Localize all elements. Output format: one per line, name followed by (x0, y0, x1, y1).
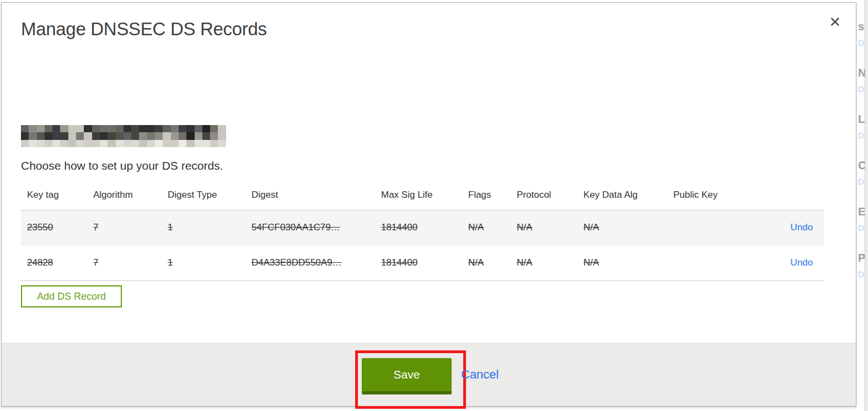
column-header-key-tag: Key tag (21, 190, 87, 201)
redacted-domain-name (21, 125, 226, 147)
background-link-fragment: D (858, 39, 864, 47)
cell-key-data-alg: N/A (577, 222, 667, 233)
table-row: 2482871D4A33E8DD550A9…1814400N/AN/AN/AUn… (21, 245, 824, 281)
column-header-public-key: Public Key (667, 190, 744, 201)
background-text-fragment: s (858, 21, 864, 32)
cell-digest: D4A33E8DD550A9… (245, 257, 375, 268)
column-header-digest: Digest (245, 190, 375, 201)
column-header-protocol: Protocol (511, 190, 577, 201)
dnssec-ds-records-modal: Manage DNSSEC DS Records ✕ Choose how to… (1, 2, 856, 407)
cell-key-data-alg: N/A (577, 257, 667, 268)
column-header-digest-type: Digest Type (162, 190, 245, 201)
column-header-key-data-alg: Key Data Alg (577, 190, 667, 201)
close-icon[interactable]: ✕ (829, 15, 841, 29)
background-text-fragment: L (858, 113, 865, 125)
cell-protocol: N/A (511, 222, 577, 233)
cell-protocol: N/A (511, 257, 577, 268)
cell-digest: 54FCF030AA1C79… (245, 222, 375, 233)
cell-key-tag: 24828 (21, 257, 87, 268)
cell-digest-type: 1 (162, 222, 245, 233)
cell-flags: N/A (462, 257, 511, 268)
table-header-row: Key tagAlgorithmDigest TypeDigestMax Sig… (21, 180, 824, 210)
subtitle: Choose how to set up your DS records. (21, 158, 223, 174)
ds-records-table: Key tagAlgorithmDigest TypeDigestMax Sig… (21, 180, 824, 281)
cancel-link[interactable]: Cancel (461, 367, 499, 382)
add-ds-record-button[interactable]: Add DS Record (21, 285, 122, 307)
modal-footer: Save Cancel (2, 343, 856, 406)
annotation-highlight-box: Save (355, 350, 466, 409)
table-row: 235507154FCF030AA1C79…1814400N/AN/AN/AUn… (21, 210, 824, 245)
cell-max-sig-life: 1814400 (375, 222, 462, 233)
background-link-fragment: D (858, 224, 864, 232)
background-link-fragment: D (858, 131, 864, 139)
cell-key-tag: 23550 (21, 222, 87, 233)
column-header-max-sig-life: Max Sig Life (375, 190, 462, 201)
cell-algorithm: 7 (87, 222, 162, 233)
undo-link[interactable]: Undo (790, 222, 813, 232)
undo-link[interactable]: Undo (790, 257, 813, 268)
cell-max-sig-life: 1814400 (375, 257, 462, 268)
save-button[interactable]: Save (362, 358, 452, 394)
page-scrollbar-track[interactable] (865, 0, 868, 411)
cell-digest-type: 1 (162, 257, 245, 268)
page-title: Manage DNSSEC DS Records (21, 18, 267, 40)
cell-algorithm: 7 (87, 257, 162, 268)
background-link-fragment: D (858, 270, 864, 278)
background-link-fragment: D (858, 177, 864, 186)
cell-flags: N/A (462, 222, 511, 233)
column-header-algorithm: Algorithm (87, 190, 162, 201)
background-link-fragment: D (858, 85, 864, 93)
column-header-flags: Flags (462, 190, 511, 201)
